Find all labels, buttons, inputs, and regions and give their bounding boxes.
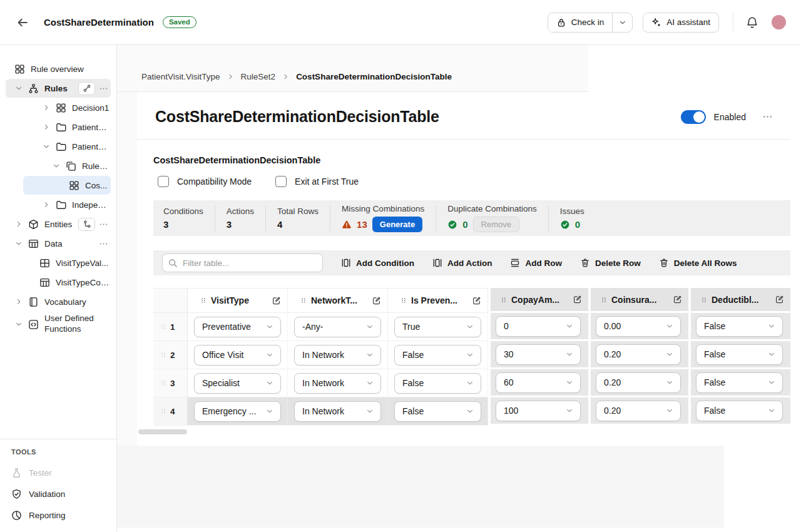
column-header-visittype[interactable]: VisitType <box>188 288 288 313</box>
delete-all-rows-button[interactable]: Delete All Rows <box>659 258 737 268</box>
cell-select-visittype-row-1[interactable]: Preventative <box>194 317 281 337</box>
exit-first-true-checkbox[interactable] <box>275 176 287 187</box>
cell-select-coinsura-row-3[interactable]: 0.20 <box>596 372 681 393</box>
cell-select-coinsura-row-2[interactable]: 0.20 <box>596 344 681 365</box>
cell-select-deductibl-row-2[interactable]: False <box>696 344 783 365</box>
chevron-right-icon[interactable] <box>42 123 52 131</box>
edit-column-icon[interactable] <box>472 296 481 305</box>
drag-handle-icon[interactable] <box>160 407 166 416</box>
row-number-cell[interactable]: 2 <box>153 341 188 369</box>
cell-select-is-preven-row-4[interactable]: False <box>394 401 481 422</box>
drag-handle-icon[interactable] <box>200 296 207 305</box>
back-button[interactable] <box>15 15 30 30</box>
cell-select-visittype-row-4[interactable]: Emergency ... <box>194 401 281 422</box>
cell-select-is-preven-row-1[interactable]: True <box>394 317 481 337</box>
horizontal-scrollbar-thumb[interactable] <box>138 429 187 434</box>
cell-select-visittype-row-2[interactable]: Office Visit <box>194 345 281 366</box>
column-header-copayam[interactable]: CopayAm... <box>488 288 588 313</box>
cell-select-deductibl-row-4[interactable]: False <box>696 401 783 421</box>
sidebar-item-user-defined-functions[interactable]: User Defined Functions <box>6 312 111 337</box>
cell-select-is-preven-row-2[interactable]: False <box>394 345 481 366</box>
cell-select-deductibl-row-1[interactable]: False <box>696 316 783 337</box>
check-in-button[interactable]: Check in <box>548 13 613 32</box>
sidebar-item-decision1[interactable]: Decision1 <box>6 98 111 117</box>
add-action-button[interactable]: Add Action <box>432 258 492 268</box>
row-number-cell[interactable]: 4 <box>153 397 188 426</box>
sidebar-item-rule-overview[interactable]: Rule overview <box>6 59 111 78</box>
add-condition-button[interactable]: Add Condition <box>341 258 414 268</box>
edit-column-icon[interactable] <box>673 295 682 304</box>
cell-select-networkt-row-2[interactable]: In Network <box>294 345 381 366</box>
cell-select-copayam-row-2[interactable]: 30 <box>496 344 581 365</box>
node-chip-button[interactable] <box>78 218 95 231</box>
edit-column-icon[interactable] <box>573 295 582 304</box>
cell-select-networkt-row-4[interactable]: In Network <box>294 401 381 422</box>
add-row-button[interactable]: Add Row <box>510 258 562 268</box>
sidebar-item-rules[interactable]: Rules <box>6 79 111 98</box>
cell-select-coinsura-row-1[interactable]: 0.00 <box>596 316 681 337</box>
cell-select-is-preven-row-3[interactable]: False <box>394 373 481 394</box>
chevron-down-icon[interactable] <box>14 239 24 248</box>
sidebar-item-patientvi[interactable]: PatientVi... <box>6 137 111 156</box>
chevron-down-icon[interactable] <box>14 84 24 93</box>
drag-handle-icon[interactable] <box>160 350 166 359</box>
row-number-cell[interactable]: 3 <box>153 369 188 397</box>
drag-handle-icon[interactable] <box>160 379 166 387</box>
more-options-button[interactable] <box>99 84 108 93</box>
cell-select-networkt-row-3[interactable]: In Network <box>294 373 381 394</box>
cell-select-copayam-row-3[interactable]: 60 <box>496 372 581 393</box>
notifications-button[interactable] <box>746 16 758 29</box>
cell-select-visittype-row-3[interactable]: Specialist <box>194 373 281 394</box>
drag-handle-icon[interactable] <box>160 322 166 331</box>
drag-handle-icon[interactable] <box>400 296 407 305</box>
sidebar-item-data[interactable]: Data <box>6 234 111 253</box>
column-header-is-preven[interactable]: Is Preven... <box>388 288 488 313</box>
generate-button[interactable]: Generate <box>372 217 422 232</box>
sidebar-item-vocabulary[interactable]: Vocabulary <box>6 292 111 311</box>
cell-select-copayam-row-4[interactable]: 100 <box>496 401 581 421</box>
sidebar-item-visittypeval[interactable]: VisitTypeVal... <box>6 253 111 272</box>
column-header-coinsura[interactable]: Coinsura... <box>588 288 688 313</box>
ai-assistant-button[interactable]: AI assistant <box>643 13 719 33</box>
link-chip-button[interactable] <box>78 82 95 95</box>
chevron-right-icon[interactable] <box>14 220 24 228</box>
drag-handle-icon[interactable] <box>300 296 307 305</box>
sidebar-item-visittypecos[interactable]: VisitTypeCos... <box>6 273 111 292</box>
breadcrumb-item[interactable]: PatientVisit.VisitType <box>141 72 220 81</box>
tool-item-validation[interactable]: Validation <box>0 483 116 504</box>
tool-item-reporting[interactable]: Reporting <box>0 504 116 526</box>
chevron-right-icon[interactable] <box>42 200 52 209</box>
sidebar-item-patientvi[interactable]: PatientVi... <box>6 118 111 136</box>
drag-handle-icon[interactable] <box>601 295 607 304</box>
sidebar-item-entities[interactable]: Entities <box>6 215 111 233</box>
more-options-button[interactable] <box>99 239 108 248</box>
more-options-button[interactable] <box>99 220 108 229</box>
chevron-down-icon[interactable] <box>42 142 52 151</box>
column-header-deductibl[interactable]: Deductibl... <box>688 288 790 313</box>
cell-select-networkt-row-1[interactable]: -Any- <box>294 317 381 337</box>
edit-column-icon[interactable] <box>372 296 381 305</box>
cell-select-coinsura-row-4[interactable]: 0.20 <box>596 401 681 421</box>
compatibility-mode-checkbox[interactable] <box>158 176 169 187</box>
delete-row-button[interactable]: Delete Row <box>580 258 641 268</box>
edit-column-icon[interactable] <box>272 296 281 305</box>
chevron-down-icon[interactable] <box>14 320 24 329</box>
chevron-right-icon[interactable] <box>14 297 24 306</box>
cell-select-copayam-row-1[interactable]: 0 <box>496 316 581 337</box>
chevron-right-icon[interactable] <box>42 103 52 112</box>
breadcrumb-item[interactable]: RuleSet2 <box>241 72 276 81</box>
chevron-down-icon[interactable] <box>52 161 62 170</box>
sidebar-item-independ[interactable]: Independ... <box>6 195 111 214</box>
enabled-toggle[interactable] <box>681 110 706 124</box>
page-more-button[interactable] <box>762 111 773 122</box>
check-in-menu-button[interactable] <box>612 13 632 32</box>
user-avatar[interactable] <box>772 15 786 29</box>
sidebar-item-rulese[interactable]: RuleSe... <box>6 156 111 175</box>
sidebar-item-cos[interactable]: Cos... <box>23 176 111 195</box>
column-header-networkt[interactable]: NetworkT... <box>288 288 388 313</box>
cell-select-deductibl-row-3[interactable]: False <box>696 372 783 393</box>
remove-button[interactable]: Remove <box>473 217 519 232</box>
row-number-cell[interactable]: 1 <box>153 313 188 341</box>
edit-column-icon[interactable] <box>775 295 784 304</box>
filter-table-input[interactable] <box>162 253 323 272</box>
